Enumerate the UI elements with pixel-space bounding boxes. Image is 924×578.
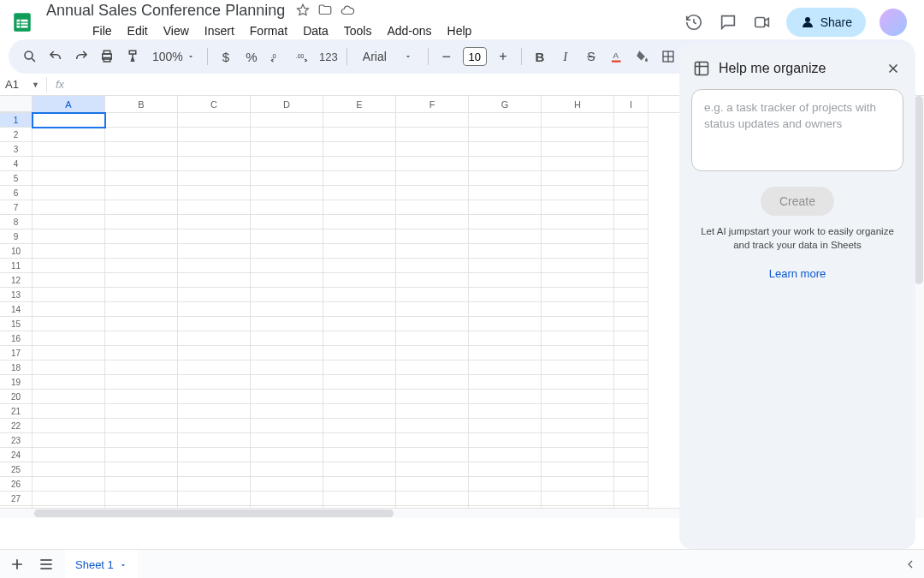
cell[interactable]	[178, 142, 251, 157]
row-header[interactable]: 23	[0, 433, 33, 448]
font-size-input[interactable]	[463, 47, 487, 66]
cell[interactable]	[469, 215, 542, 229]
cell[interactable]	[323, 157, 396, 171]
percent-icon[interactable]: %	[240, 45, 263, 68]
cell[interactable]	[542, 229, 614, 244]
cell[interactable]	[614, 390, 649, 404]
cell[interactable]	[323, 317, 396, 331]
folder-icon[interactable]	[317, 3, 333, 18]
name-box[interactable]: A1 ▼	[0, 78, 44, 91]
cell[interactable]	[178, 477, 251, 492]
cell[interactable]	[614, 215, 649, 229]
cell[interactable]	[323, 361, 396, 375]
cell[interactable]	[105, 128, 178, 142]
cell[interactable]	[469, 128, 542, 142]
cell[interactable]	[251, 492, 323, 506]
cell[interactable]	[105, 404, 178, 419]
cell[interactable]	[614, 361, 649, 375]
cell[interactable]	[396, 404, 469, 419]
cell[interactable]	[178, 419, 251, 433]
cell[interactable]	[396, 229, 469, 244]
cell[interactable]	[251, 317, 323, 331]
cell[interactable]	[469, 229, 542, 244]
paint-format-icon[interactable]	[121, 45, 144, 68]
cell[interactable]	[614, 113, 649, 128]
cell[interactable]	[105, 390, 178, 404]
share-button[interactable]: Share	[786, 8, 866, 37]
cell[interactable]	[33, 346, 105, 361]
row-header[interactable]: 5	[0, 171, 33, 186]
column-header[interactable]: D	[251, 96, 323, 112]
cell[interactable]	[251, 419, 323, 433]
cell[interactable]	[614, 477, 649, 492]
cell[interactable]	[33, 215, 105, 229]
cell[interactable]	[251, 113, 323, 128]
cell[interactable]	[542, 346, 614, 361]
row-header[interactable]: 6	[0, 186, 33, 200]
cell[interactable]	[469, 186, 542, 200]
cell[interactable]	[469, 346, 542, 361]
cell[interactable]	[542, 128, 614, 142]
column-header[interactable]: A	[33, 96, 105, 112]
cell[interactable]	[105, 229, 178, 244]
cell[interactable]	[614, 492, 649, 506]
row-header[interactable]: 16	[0, 331, 33, 346]
cell[interactable]	[251, 157, 323, 171]
menu-tools[interactable]: Tools	[337, 21, 379, 41]
cell[interactable]	[614, 404, 649, 419]
cell[interactable]	[178, 361, 251, 375]
cell[interactable]	[614, 273, 649, 288]
cell[interactable]	[396, 492, 469, 506]
cell[interactable]	[323, 477, 396, 492]
history-icon[interactable]	[684, 12, 704, 33]
account-avatar[interactable]	[880, 9, 907, 36]
cell[interactable]	[542, 113, 614, 128]
cell[interactable]	[542, 244, 614, 259]
cell[interactable]	[178, 113, 251, 128]
cell[interactable]	[105, 419, 178, 433]
sheet-tab[interactable]: Sheet 1	[65, 550, 138, 579]
cell[interactable]	[469, 462, 542, 477]
cell[interactable]	[251, 142, 323, 157]
cell[interactable]	[33, 229, 105, 244]
cell[interactable]	[396, 128, 469, 142]
cell[interactable]	[105, 462, 178, 477]
cell[interactable]	[542, 317, 614, 331]
cell[interactable]	[251, 244, 323, 259]
cell[interactable]	[33, 128, 105, 142]
cell[interactable]	[542, 273, 614, 288]
cell[interactable]	[33, 288, 105, 302]
column-header[interactable]: C	[178, 96, 251, 112]
cell[interactable]	[542, 433, 614, 448]
cell[interactable]	[396, 186, 469, 200]
fill-color-icon[interactable]	[631, 45, 654, 68]
cell[interactable]	[323, 390, 396, 404]
cell[interactable]	[323, 375, 396, 390]
column-header[interactable]: I	[614, 96, 649, 112]
cell[interactable]	[105, 142, 178, 157]
cell[interactable]	[251, 186, 323, 200]
cell[interactable]	[396, 361, 469, 375]
text-color-icon[interactable]: A	[606, 45, 628, 68]
cell[interactable]	[469, 317, 542, 331]
row-header[interactable]: 24	[0, 448, 33, 462]
cell[interactable]	[178, 375, 251, 390]
cell[interactable]	[33, 157, 105, 171]
cell[interactable]	[178, 215, 251, 229]
cell[interactable]	[251, 404, 323, 419]
row-header[interactable]: 10	[0, 244, 33, 259]
undo-icon[interactable]	[44, 45, 67, 68]
cell[interactable]	[323, 244, 396, 259]
cell[interactable]	[251, 200, 323, 215]
cell[interactable]	[33, 331, 105, 346]
cell[interactable]	[105, 477, 178, 492]
cell[interactable]	[178, 404, 251, 419]
cell[interactable]	[178, 390, 251, 404]
cell[interactable]	[33, 433, 105, 448]
cell[interactable]	[396, 390, 469, 404]
cell[interactable]	[542, 259, 614, 273]
cell[interactable]	[105, 346, 178, 361]
cell[interactable]	[178, 157, 251, 171]
cell[interactable]	[178, 288, 251, 302]
cell[interactable]	[614, 244, 649, 259]
